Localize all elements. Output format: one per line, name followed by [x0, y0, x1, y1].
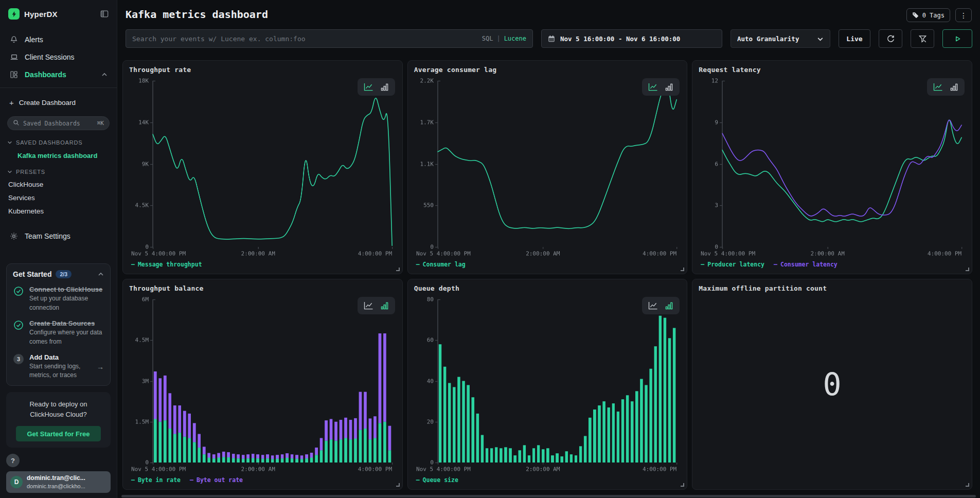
resize-handle[interactable] [966, 268, 969, 271]
tags-button[interactable]: 0 Tags [906, 8, 950, 22]
divider [0, 87, 117, 88]
step-title: Add Data [29, 353, 92, 361]
nav-label: Dashboards [25, 70, 66, 79]
line-chart-icon[interactable] [648, 83, 658, 91]
avatar: D [10, 476, 23, 488]
get-started-step-3[interactable]: 3 Add Data Start sending logs, metrics, … [13, 353, 104, 380]
bar-chart-icon[interactable] [665, 83, 673, 91]
legend-item[interactable]: —Queue size [416, 476, 458, 484]
bar-chart-icon[interactable] [381, 83, 389, 91]
nav-label: Team Settings [25, 232, 70, 240]
legend-item[interactable]: —Consumer lag [416, 261, 466, 268]
cloud-card-text: Ready to deploy on ClickHouse Cloud? [12, 399, 104, 420]
chart-canvas[interactable] [129, 294, 396, 474]
resize-handle[interactable] [681, 268, 684, 271]
resize-handle[interactable] [681, 483, 684, 487]
step-title: Create Data Sources [29, 319, 104, 327]
chevron-up-icon[interactable] [98, 271, 104, 277]
line-chart-icon[interactable] [364, 301, 373, 310]
chart-title: Throughput rate [129, 66, 396, 74]
sidebar-item-alerts[interactable]: Alerts [6, 32, 111, 47]
chart-canvas[interactable] [129, 76, 396, 258]
chart-legend: —Byte in rate—Byte out rate [129, 475, 396, 485]
mode-sql-toggle[interactable]: SQL [482, 35, 493, 42]
line-chart-icon[interactable] [933, 83, 943, 91]
search-icon [13, 119, 20, 128]
run-query-button[interactable] [942, 29, 972, 48]
app-name: HyperDX [24, 10, 58, 19]
more-menu-button[interactable]: ⋮ [955, 8, 972, 22]
arrow-right-icon: → [97, 363, 104, 371]
user-menu[interactable]: D dominic.tran@clic... dominic.tran@clic… [6, 471, 111, 493]
chart-title: Queue depth [414, 284, 681, 292]
filter-button[interactable] [911, 29, 934, 48]
chevron-down-icon [7, 140, 12, 145]
chart-canvas[interactable] [699, 76, 966, 258]
date-range-picker[interactable]: Nov 5 16:00:00 - Nov 6 16:00:00 [541, 29, 722, 48]
sidebar: HyperDX Alerts Client Sessions [0, 0, 117, 498]
check-circle-icon [13, 319, 24, 346]
refresh-icon [886, 34, 895, 43]
sidebar-item-services[interactable]: Services [8, 194, 110, 202]
section-saved-dashboards[interactable]: SAVED DASHBOARDS [7, 139, 110, 146]
chart-canvas[interactable] [414, 76, 681, 258]
get-started-free-button[interactable]: Get Started for Free [16, 426, 101, 441]
app-root: HyperDX Alerts Client Sessions [0, 0, 980, 498]
resize-handle[interactable] [966, 483, 969, 487]
collapse-sidebar-icon[interactable] [100, 10, 109, 18]
live-button[interactable]: Live [839, 29, 870, 48]
sidebar-item-client-sessions[interactable]: Client Sessions [6, 49, 111, 65]
date-range-value: Nov 5 16:00:00 - Nov 6 16:00:00 [560, 35, 680, 43]
filter-funnel-icon [918, 34, 927, 43]
create-dashboard-button[interactable]: + Create Dashboard [7, 96, 110, 109]
granularity-select[interactable]: Auto Granularity [730, 29, 830, 48]
page-header: Kafka metrics dashboard 0 Tags ⋮ [117, 0, 980, 22]
get-started-step-2[interactable]: Create Data Sources Configure where your… [13, 319, 104, 346]
horizontal-scrollbar[interactable] [121, 495, 976, 497]
event-search-input[interactable]: Search your events w/ Lucene ex. column:… [126, 29, 533, 48]
legend-item[interactable]: —Byte in rate [131, 476, 181, 484]
chevron-down-icon [817, 35, 824, 42]
sidebar-item-kafka-dashboard[interactable]: Kafka metrics dashboard [17, 152, 110, 159]
legend-item[interactable]: —Message throughput [131, 261, 202, 268]
chevron-up-icon[interactable] [101, 72, 108, 78]
calendar-icon [548, 35, 555, 42]
resize-handle[interactable] [396, 268, 400, 271]
query-toolbar: Search your events w/ Lucene ex. column:… [126, 29, 972, 48]
step-desc: Set up your database connection [29, 294, 104, 312]
help-button[interactable]: ? [6, 454, 20, 467]
line-chart-icon[interactable] [364, 83, 373, 91]
section-presets[interactable]: PRESETS [7, 169, 110, 175]
create-dashboard-label: Create Dashboard [19, 99, 76, 106]
page-title: Kafka metrics dashboard [126, 8, 268, 21]
chart-legend: —Message throughput [129, 259, 396, 270]
chart-canvas[interactable] [414, 294, 681, 474]
chart-type-toolbar [358, 78, 395, 96]
chart-title: Maximum offline partition count [699, 284, 966, 292]
user-email: dominic.tran@clickho... [27, 483, 85, 490]
gear-icon [9, 232, 19, 240]
bar-chart-icon[interactable] [665, 301, 673, 310]
chart-panel-throughput-balance: Throughput balance —Byte in rate—Byte ou… [122, 279, 403, 490]
refresh-button[interactable] [879, 29, 902, 48]
line-chart-icon[interactable] [648, 301, 658, 310]
mode-divider: | [496, 35, 500, 42]
chart-legend: —Queue size [414, 475, 681, 485]
chart-type-toolbar [642, 78, 680, 96]
mode-lucene-toggle[interactable]: Lucene [504, 35, 526, 42]
sidebar-item-clickhouse[interactable]: ClickHouse [8, 181, 110, 188]
bar-chart-icon[interactable] [381, 301, 389, 310]
legend-item[interactable]: —Consumer latency [774, 261, 838, 268]
get-started-step-1[interactable]: Connect to ClickHouse Set up your databa… [13, 286, 104, 312]
sidebar-item-team-settings[interactable]: Team Settings [6, 228, 111, 244]
chart-title: Average consumer lag [414, 66, 681, 74]
saved-dashboards-search[interactable]: Saved Dashboards ⌘K [7, 116, 110, 130]
legend-item[interactable]: —Producer latency [701, 261, 764, 268]
sidebar-item-dashboards[interactable]: Dashboards [6, 67, 111, 82]
sidebar-item-kubernetes[interactable]: Kubernetes [8, 207, 110, 215]
sidebar-header: HyperDX [6, 6, 111, 21]
resize-handle[interactable] [396, 483, 400, 487]
bar-chart-icon[interactable] [950, 83, 958, 91]
legend-item[interactable]: —Byte out rate [190, 476, 243, 484]
chart-legend: —Producer latency—Consumer latency [699, 259, 966, 270]
